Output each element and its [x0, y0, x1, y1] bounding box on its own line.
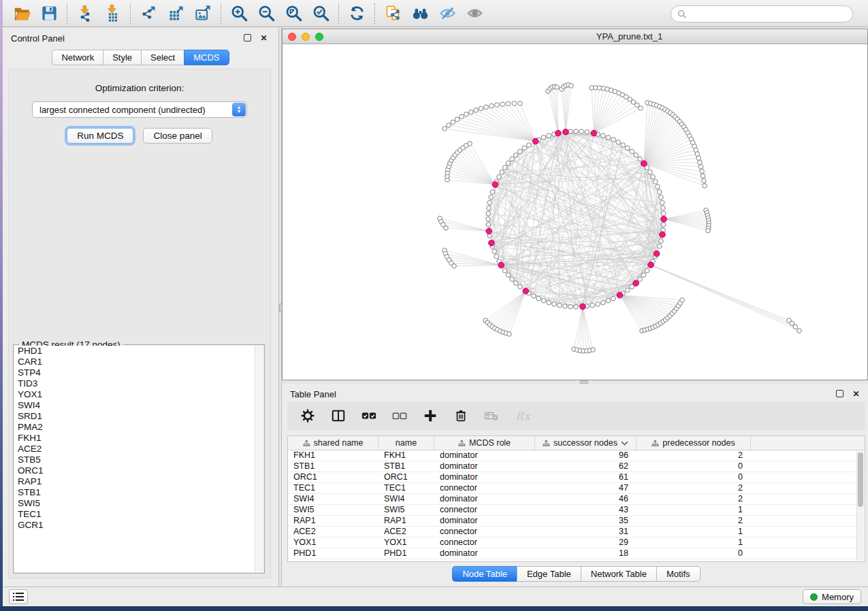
deselect-all-button[interactable] [391, 408, 408, 423]
result-node-item[interactable]: GCR1 [14, 520, 263, 531]
export-table-icon [167, 4, 185, 22]
duplicate-network-button[interactable] [379, 2, 406, 25]
hide-selected-button[interactable] [434, 2, 461, 25]
table-scrollbar-thumb[interactable] [858, 452, 863, 507]
result-node-item[interactable]: FKH1 [14, 433, 263, 444]
tab-mcds[interactable]: MCDS [184, 50, 229, 65]
trash-icon [453, 408, 469, 423]
table-panel-title: Table Panel [290, 389, 336, 399]
table-row[interactable]: ORC1ORC1dominator610 [288, 472, 865, 483]
result-node-item[interactable]: STP4 [14, 367, 263, 378]
table-scrollbar[interactable] [856, 451, 864, 561]
table-settings-button[interactable] [300, 408, 316, 423]
float-table-panel-button[interactable] [835, 389, 845, 399]
result-node-item[interactable]: STB5 [14, 455, 263, 465]
delete-column-button[interactable] [453, 408, 469, 423]
cell-MCDS-role: connector [434, 483, 535, 493]
memory-button[interactable]: Memory [803, 589, 861, 604]
result-node-item[interactable]: SWI5 [14, 498, 263, 509]
export-network-button[interactable] [135, 2, 162, 25]
cell-MCDS-role: connector [434, 527, 535, 537]
refresh-icon [348, 4, 366, 22]
cell-name: FKH1 [379, 450, 434, 461]
column-header-successor-nodes[interactable]: successor nodes [535, 436, 637, 450]
export-image-button[interactable] [189, 2, 216, 25]
save-session-button[interactable] [35, 2, 63, 25]
table-row[interactable]: SWI5SWI5connector431 [288, 505, 865, 516]
result-node-item[interactable]: ACE2 [14, 444, 263, 455]
network-window-titlebar[interactable]: YPA_prune.txt_1 [283, 29, 867, 44]
memory-button-label: Memory [822, 592, 854, 602]
refresh-button[interactable] [343, 2, 370, 25]
show-all-button[interactable] [461, 2, 488, 25]
cell-shared-name: YOX1 [288, 538, 379, 548]
tab-style[interactable]: Style [103, 50, 141, 65]
result-node-item[interactable]: RAP1 [14, 476, 263, 487]
search-box[interactable] [671, 5, 853, 22]
zoom-fit-button[interactable] [280, 2, 307, 25]
save-icon [40, 4, 59, 22]
tab-edge-table[interactable]: Edge Table [517, 566, 581, 582]
table-row[interactable]: PHD1PHD1dominator180 [288, 548, 865, 559]
result-node-item[interactable]: SWI4 [14, 400, 263, 411]
tab-select[interactable]: Select [141, 50, 184, 65]
result-node-item[interactable]: PHD1 [14, 346, 263, 357]
zoom-fit-icon [285, 4, 303, 22]
table-row[interactable]: STB1STB1dominator620 [288, 461, 865, 472]
table-row[interactable]: SWI4SWI4dominator462 [288, 494, 865, 505]
cell-predecessor-nodes: 0 [637, 461, 751, 472]
cell-shared-name: SWI4 [288, 494, 379, 504]
tab-network[interactable]: Network [52, 50, 103, 65]
result-node-item[interactable]: YOX1 [14, 389, 263, 400]
import-table-icon [103, 4, 122, 22]
table-row[interactable]: TEC1TEC1connector472 [288, 483, 865, 494]
cell-successor-nodes: 46 [535, 494, 637, 504]
show-panels-button[interactable] [9, 589, 28, 604]
close-panel-button-secondary[interactable]: Close panel [143, 128, 212, 144]
result-node-item[interactable]: SRD1 [14, 411, 263, 422]
result-node-item[interactable]: PMA2 [14, 422, 263, 433]
cell-successor-nodes: 61 [535, 472, 637, 482]
zoom-out-button[interactable] [253, 2, 280, 25]
cell-name: YOX1 [379, 538, 434, 548]
close-table-panel-button[interactable]: ✕ [851, 389, 861, 399]
table-row[interactable]: FKH1FKH1dominator962 [288, 450, 865, 461]
import-network-button[interactable] [71, 2, 99, 25]
result-node-item[interactable]: TEC1 [14, 509, 263, 520]
close-panel-button[interactable]: ✕ [259, 33, 269, 43]
criterion-select[interactable]: largest connected component (undirected)… [32, 101, 247, 118]
column-header-MCDS-role[interactable]: MCDS role [434, 436, 535, 450]
result-node-item[interactable]: ORC1 [14, 465, 263, 476]
result-node-item[interactable]: STB1 [14, 487, 263, 498]
tab-node-table[interactable]: Node Table [452, 566, 517, 582]
select-all-button[interactable] [361, 408, 377, 423]
binoculars-icon [411, 4, 430, 22]
import-table-button[interactable] [99, 2, 126, 25]
tab-motifs[interactable]: Motifs [656, 566, 701, 582]
open-file-button[interactable] [8, 2, 35, 25]
result-node-item[interactable]: CAR1 [14, 357, 263, 367]
table-row[interactable]: ACE2ACE2connector311 [288, 527, 865, 538]
table-row[interactable]: YOX1YOX1connector291 [288, 538, 865, 548]
run-mcds-button[interactable]: Run MCDS [67, 128, 133, 144]
search-input[interactable] [687, 9, 852, 19]
first-neighbors-button[interactable] [406, 2, 434, 25]
tab-network-table[interactable]: Network Table [581, 566, 656, 582]
column-header-name[interactable]: name [379, 436, 434, 450]
export-table-button[interactable] [162, 2, 189, 25]
table-toolbar: f(x) [287, 401, 865, 430]
zoom-in-button[interactable] [225, 2, 253, 25]
result-list-scrollbar[interactable] [255, 346, 263, 572]
float-panel-button[interactable] [242, 33, 253, 43]
select-stepper-icon: ▲▼ [232, 103, 246, 116]
table-row[interactable]: RAP1RAP1dominator352 [288, 516, 865, 527]
export-image-icon [194, 4, 212, 22]
result-node-item[interactable]: TID3 [14, 378, 263, 389]
create-column-button[interactable] [422, 408, 438, 423]
network-canvas[interactable] [283, 44, 867, 380]
column-header-shared-name[interactable]: shared name [288, 436, 379, 450]
column-header-predecessor-nodes[interactable]: predecessor nodes [637, 436, 751, 450]
show-columns-button[interactable] [330, 408, 347, 423]
control-panel-tabs: NetworkStyleSelectMCDS [3, 50, 278, 65]
zoom-selected-button[interactable] [307, 2, 334, 25]
